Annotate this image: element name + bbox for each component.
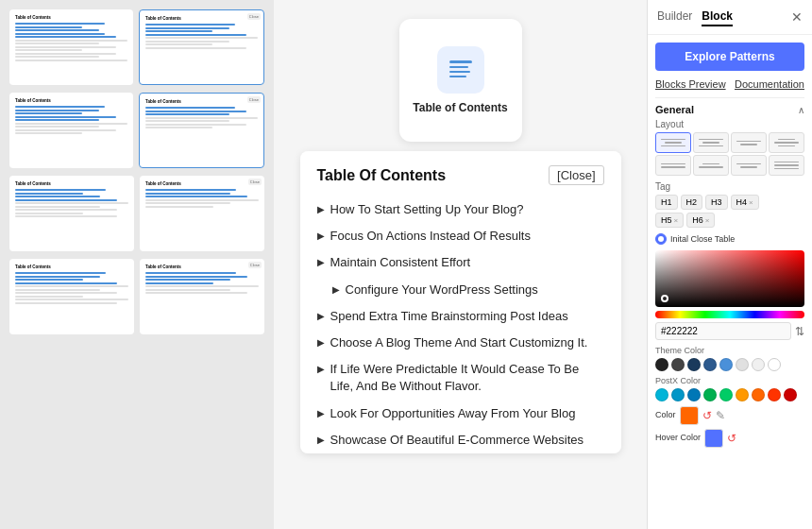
postx-swatch-3[interactable] [687, 388, 701, 401]
preview-card-1[interactable]: Table of Contents [9, 9, 133, 85]
svg-rect-3 [449, 76, 466, 77]
preview-card-3[interactable]: Table of Contents [9, 93, 133, 168]
preview-card-6[interactable]: Close Table of Contents [140, 176, 264, 251]
theme-swatch-8[interactable] [768, 358, 781, 371]
toc-item-text-7: If Life Were Predictable It Would Cease … [330, 361, 604, 395]
toc-item-text-5: Spend Extra Time Brainstorming Post Idea… [330, 308, 568, 325]
preview-row-3: Table of Contents Close Table of Content… [9, 176, 264, 251]
layout-option-8[interactable] [769, 155, 804, 176]
general-section-header: General ∧ [655, 104, 804, 115]
postx-swatch-5[interactable] [719, 388, 733, 401]
theme-swatch-6[interactable] [736, 358, 749, 371]
hex-input[interactable] [655, 322, 791, 340]
toc-item-text-8: Look For Opportunities Away From Your Bl… [330, 405, 576, 422]
blocks-preview-link[interactable]: Blocks Preview [655, 78, 726, 90]
tag-h5[interactable]: H5 × [655, 213, 684, 228]
toc-title: Table Of Contents [317, 167, 447, 184]
theme-swatch-3[interactable] [687, 358, 701, 371]
toc-item-2[interactable]: ▶ Focus On Actions Instead Of Results [317, 223, 604, 249]
svg-rect-2 [449, 71, 470, 73]
preview-card-5[interactable]: Table of Contents [9, 176, 134, 251]
color-preview[interactable] [680, 406, 699, 425]
toc-arrow-3: ▶ [317, 256, 325, 269]
preview-close-btn-6[interactable]: Close [248, 179, 262, 185]
toc-item-1[interactable]: ▶ How To Start Setting Up Your Blog? [317, 196, 604, 223]
toc-item-4[interactable]: ▶ Configure Your WordPress Settings [317, 277, 604, 303]
toc-arrow-7: ▶ [317, 363, 325, 376]
preview-title-3: Table of Contents [15, 98, 127, 103]
toc-item-7[interactable]: ▶ If Life Were Predictable It Would Ceas… [317, 356, 604, 400]
toc-item-3[interactable]: ▶ Maintain Consistent Effort [317, 249, 604, 276]
theme-color-swatches [655, 358, 804, 371]
preview-close-btn-4[interactable]: Close [247, 96, 261, 103]
toc-item-text-3: Maintain Consistent Effort [330, 254, 471, 271]
preview-close-btn-8[interactable]: Close [248, 262, 262, 268]
hex-copy-icon[interactable]: ⇅ [795, 325, 804, 338]
divider-1 [655, 97, 804, 98]
postx-swatch-8[interactable] [768, 388, 781, 401]
hover-color-reset-icon[interactable]: ↺ [727, 432, 736, 445]
layout-option-7[interactable] [731, 155, 767, 176]
theme-swatch-4[interactable] [703, 358, 717, 371]
tag-h2[interactable]: H2 [681, 195, 703, 210]
preview-card-2[interactable]: Close Table of Contents [139, 9, 264, 85]
toc-item-5[interactable]: ▶ Spend Extra Time Brainstorming Post Id… [317, 303, 604, 330]
hue-slider[interactable] [655, 311, 804, 318]
preview-card-8[interactable]: Close Table of Contents [140, 259, 264, 334]
layout-option-6[interactable] [693, 155, 729, 176]
color-picker-area[interactable] [655, 250, 804, 307]
layout-option-3[interactable] [731, 132, 767, 153]
tag-h3[interactable]: H3 [705, 195, 728, 210]
toc-arrow-9: ▶ [317, 434, 325, 447]
tag-row-1: H1 H2 H3 H4 × [655, 195, 804, 210]
tag-h1[interactable]: H1 [655, 195, 678, 210]
preview-title-7: Table of Contents [15, 264, 128, 269]
color-cursor [661, 295, 668, 302]
postx-color-label: PostX Color [655, 376, 804, 385]
toc-arrow-5: ▶ [317, 310, 325, 323]
tab-builder[interactable]: Builder [657, 8, 692, 26]
preview-card-4[interactable]: Close Table of Contents [139, 93, 264, 168]
tag-label: Tag [655, 181, 804, 192]
preview-card-7[interactable]: Table of Contents [9, 259, 134, 334]
tag-row-2: H5 × H6 × [655, 213, 804, 228]
color-edit-icon[interactable]: ✎ [716, 409, 725, 422]
layout-option-4[interactable] [769, 132, 804, 153]
theme-swatch-7[interactable] [752, 358, 765, 371]
postx-swatch-2[interactable] [671, 388, 685, 401]
layout-option-1[interactable] [655, 132, 691, 153]
theme-swatch-5[interactable] [719, 358, 733, 371]
layout-option-2[interactable] [693, 132, 729, 153]
preview-close-btn-2[interactable]: Close [247, 13, 261, 20]
hex-row: ⇅ [655, 322, 804, 340]
toc-close-button[interactable]: [Close] [549, 165, 603, 185]
postx-swatch-7[interactable] [752, 388, 765, 401]
initial-close-checkbox[interactable] [655, 233, 667, 245]
documentation-link[interactable]: Documentation [735, 78, 804, 90]
toc-item-6[interactable]: ▶ Choose A Blog Theme And Start Customiz… [317, 330, 604, 356]
hover-color-preview[interactable] [704, 429, 723, 448]
explore-patterns-button[interactable]: Explore Patterns [655, 43, 804, 71]
close-panel-icon[interactable]: ✕ [791, 9, 803, 25]
theme-swatch-1[interactable] [655, 358, 668, 371]
preview-title-8: Table of Contents [145, 264, 259, 269]
postx-swatch-4[interactable] [703, 388, 717, 401]
color-reset-icon[interactable]: ↺ [702, 409, 712, 422]
toc-item-9[interactable]: ▶ Showcase Of Beautiful E-Commerce Websi… [317, 427, 604, 453]
toc-header: Table Of Contents [Close] [317, 165, 604, 185]
tab-block[interactable]: Block [702, 8, 733, 26]
theme-swatch-2[interactable] [671, 358, 685, 371]
postx-swatch-9[interactable] [784, 388, 797, 401]
tag-h6[interactable]: H6 × [686, 213, 715, 228]
general-chevron-icon[interactable]: ∧ [798, 105, 804, 115]
postx-swatch-6[interactable] [736, 388, 749, 401]
tag-h4[interactable]: H4 × [731, 195, 759, 210]
toc-preview-panel: Table Of Contents [Close] ▶ How To Start… [300, 151, 621, 453]
postx-color-swatches [655, 388, 804, 401]
postx-swatch-1[interactable] [655, 388, 668, 401]
toc-item-text-1: How To Start Setting Up Your Blog? [330, 201, 524, 218]
general-title: General [655, 104, 694, 115]
toc-item-8[interactable]: ▶ Look For Opportunities Away From Your … [317, 401, 604, 427]
layout-option-5[interactable] [655, 155, 691, 176]
toc-arrow-1: ▶ [317, 203, 325, 216]
